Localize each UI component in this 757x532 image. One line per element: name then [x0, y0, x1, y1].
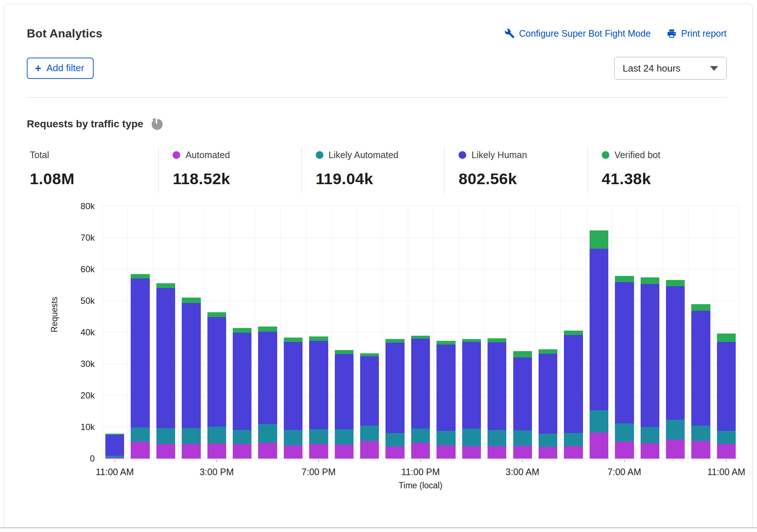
stacked-bar-600pm[interactable] — [284, 206, 303, 459]
segment-likely-automated — [539, 434, 557, 447]
configure-super-bot-fight-mode-link[interactable]: Configure Super Bot Fight Mode — [505, 28, 651, 39]
segment-automated — [207, 444, 226, 459]
segment-automated — [437, 445, 455, 459]
segment-likely-human — [105, 435, 124, 456]
segment-likely-human — [360, 356, 379, 426]
stacked-bar-400am[interactable] — [539, 206, 557, 459]
stacked-bar-100am[interactable] — [462, 206, 481, 459]
segment-verified-bot — [385, 339, 404, 342]
segment-likely-human — [156, 288, 175, 428]
segment-likely-automated — [284, 430, 303, 445]
segment-likely-human — [258, 332, 277, 424]
section-title: Requests by traffic type — [27, 118, 143, 130]
configure-link-label: Configure Super Bot Fight Mode — [519, 28, 651, 39]
bar-slot — [153, 206, 178, 459]
segment-verified-bot — [131, 274, 149, 278]
stacked-bar-600am[interactable] — [590, 206, 608, 459]
segment-verified-bot — [335, 350, 354, 354]
segment-likely-automated — [666, 420, 685, 440]
stacked-bar-400pm[interactable] — [233, 206, 251, 459]
segment-automated — [564, 446, 583, 459]
segment-likely-automated — [385, 433, 404, 447]
y-tick-label: 30k — [32, 359, 95, 369]
stacked-bar-300pm[interactable] — [207, 206, 226, 459]
bar-slot — [280, 206, 306, 459]
page-bottom-divider — [0, 527, 757, 528]
stacked-bar-1000pm[interactable] — [385, 206, 404, 459]
bar-slot — [433, 206, 459, 459]
bar-slot — [510, 206, 535, 459]
x-tick-mark — [726, 459, 727, 462]
segment-automated — [615, 442, 634, 459]
stacked-bar-1200am[interactable] — [437, 206, 455, 459]
x-tick-label: 7:00 AM — [608, 467, 641, 477]
segment-likely-human — [717, 342, 736, 431]
requests-by-traffic-type-chart: Requests 010k20k30k40k50k60k70k80k 11:00… — [27, 200, 730, 494]
stat-automated-label: Automated — [185, 150, 230, 160]
segment-verified-bot — [437, 341, 455, 344]
segment-likely-automated — [182, 428, 200, 444]
segment-likely-human — [488, 342, 506, 430]
bar-slot — [637, 206, 663, 459]
print-report-link[interactable]: Print report — [667, 28, 727, 39]
stacked-bar-1100am[interactable] — [105, 206, 124, 459]
segment-likely-automated — [691, 426, 710, 441]
requests-section: Requests by traffic type Total 1.08M Aut… — [4, 98, 752, 494]
stacked-bar-700am[interactable] — [615, 206, 634, 459]
stacked-bar-700pm[interactable] — [309, 206, 328, 459]
segment-verified-bot — [411, 336, 430, 339]
segment-automated — [462, 446, 481, 459]
add-filter-button[interactable]: + Add filter — [27, 58, 94, 79]
stacked-bar-100pm[interactable] — [156, 206, 175, 459]
segment-automated — [488, 446, 506, 459]
stacked-bar-800am[interactable] — [641, 206, 659, 459]
segment-automated — [717, 444, 736, 459]
segment-automated — [156, 444, 175, 459]
x-tick-label: 11:00 PM — [401, 467, 440, 477]
stacked-bar-200am[interactable] — [488, 206, 506, 459]
stacked-bar-900am[interactable] — [666, 206, 685, 459]
stacked-bar-200pm[interactable] — [182, 206, 200, 459]
stacked-bar-1200pm[interactable] — [131, 206, 149, 459]
stat-total-label: Total — [30, 150, 49, 160]
x-tick-label: 7:00 PM — [301, 467, 336, 477]
segment-likely-human — [131, 278, 149, 427]
stacked-bar-1100pm[interactable] — [411, 206, 430, 459]
segment-verified-bot — [182, 298, 200, 303]
stacked-bar-300am[interactable] — [513, 206, 532, 459]
segment-automated — [105, 458, 124, 459]
x-tick-mark — [420, 459, 421, 462]
segment-likely-automated — [615, 423, 634, 442]
segment-automated — [513, 446, 532, 459]
automated-legend-dot — [173, 151, 180, 159]
stacked-bar-900pm[interactable] — [360, 206, 379, 459]
stacked-bar-500pm[interactable] — [258, 206, 277, 459]
segment-automated — [411, 443, 430, 459]
page-title: Bot Analytics — [27, 27, 102, 40]
bar-slot — [102, 206, 127, 459]
stat-total: Total 1.08M — [27, 147, 158, 194]
segment-likely-human — [641, 284, 659, 427]
stat-total-value: 1.08M — [30, 170, 158, 188]
wrench-icon — [505, 29, 515, 39]
segment-automated — [360, 441, 379, 459]
x-axis-title: Time (local) — [102, 481, 739, 491]
stacked-bar-500am[interactable] — [564, 206, 583, 459]
segment-likely-human — [462, 342, 481, 429]
stacked-bar-1000am[interactable] — [691, 206, 710, 459]
bar-slot — [714, 206, 739, 459]
bar-slot — [561, 206, 586, 459]
segment-likely-automated — [131, 427, 149, 442]
segment-automated — [641, 443, 659, 459]
x-tick-mark — [522, 459, 523, 462]
bar-slot — [382, 206, 408, 459]
plot-area — [102, 206, 739, 459]
plus-icon: + — [35, 64, 41, 72]
segment-automated — [258, 443, 277, 459]
x-tick-label: 11:00 AM — [707, 467, 745, 477]
segment-likely-automated — [207, 427, 226, 444]
segment-verified-bot — [258, 327, 277, 332]
stacked-bar-1100am[interactable] — [717, 206, 736, 459]
stacked-bar-800pm[interactable] — [335, 206, 354, 459]
time-range-dropdown[interactable]: Last 24 hours — [614, 57, 727, 80]
